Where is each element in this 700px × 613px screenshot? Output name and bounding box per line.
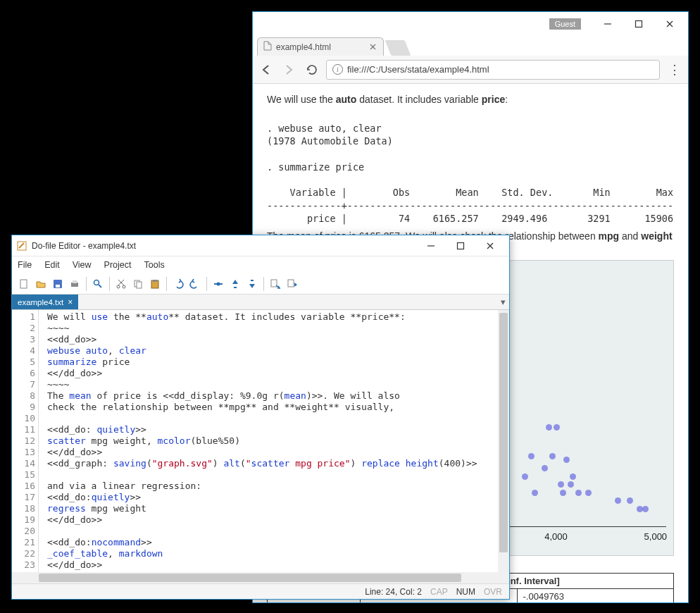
menu-project[interactable]: Project [104, 260, 132, 270]
svg-rect-15 [73, 280, 77, 283]
svg-rect-1 [636, 21, 642, 27]
do-icon[interactable] [285, 276, 300, 292]
x-tick: 4,000 [544, 531, 568, 542]
url-text: file:///C:/Users/stata/example4.html [347, 64, 489, 75]
editor-title: Do-file Editor - example4.txt [32, 241, 136, 251]
chart-point [570, 473, 576, 480]
editor-body: 1234567891011121314151617181920212223 We… [12, 310, 509, 572]
bookmark-prev-icon[interactable] [227, 276, 243, 292]
menu-view[interactable]: View [73, 260, 92, 270]
status-cap: CAP [430, 587, 448, 597]
paste-icon[interactable] [147, 276, 163, 292]
chart-point [554, 424, 560, 431]
find-icon[interactable] [90, 276, 106, 292]
svg-rect-11 [20, 280, 27, 288]
chart-point [560, 490, 566, 496]
editor-tab-close-icon[interactable]: × [68, 297, 73, 307]
svg-rect-23 [137, 282, 142, 288]
chart-point [522, 473, 528, 480]
browser-tab[interactable]: example4.html [257, 37, 384, 56]
chart-point [627, 497, 633, 504]
browser-titlebar: Guest [253, 12, 688, 36]
chart-point [568, 481, 574, 488]
maximize-button[interactable] [623, 14, 654, 34]
editor-tab-label: example4.txt [18, 298, 63, 306]
svg-line-17 [99, 285, 101, 287]
chart-point [585, 490, 592, 496]
editor-statusbar: Line: 24, Col: 2 CAP NUM OVR [12, 583, 509, 599]
maximize-button[interactable] [446, 237, 475, 255]
new-tab-button[interactable] [385, 40, 411, 56]
tab-close-icon[interactable] [368, 42, 377, 52]
editor-window: Do-file Editor - example4.txt File Edit … [11, 235, 510, 600]
open-icon[interactable] [33, 276, 49, 292]
chart-point [563, 457, 570, 463]
code-output: . webuse auto, clear (1978 Automobile Da… [267, 109, 674, 225]
bookmark-toggle-icon[interactable] [211, 276, 226, 292]
close-button[interactable] [475, 237, 505, 255]
editor-toolbar [12, 273, 509, 295]
status-ovr: OVR [484, 587, 502, 597]
reload-button[interactable] [304, 62, 319, 78]
site-info-icon[interactable]: i [332, 64, 343, 75]
status-linecol: Line: 24, Col: 2 [365, 587, 422, 597]
svg-rect-28 [234, 287, 237, 288]
vertical-scrollbar[interactable] [498, 310, 509, 572]
undo-icon[interactable] [170, 276, 186, 292]
app-icon [16, 240, 27, 252]
status-num: NUM [456, 587, 475, 597]
menu-edit[interactable]: Edit [44, 260, 60, 270]
cut-icon[interactable] [113, 276, 129, 292]
chart-point [542, 465, 548, 471]
menu-button[interactable]: ⋮ [667, 62, 682, 78]
tab-title: example4.html [276, 42, 331, 52]
minimize-button[interactable] [416, 237, 446, 255]
tab-list-dropdown[interactable]: ▾ [496, 295, 509, 309]
run-icon[interactable] [268, 276, 283, 292]
address-bar[interactable]: i file:///C:/Users/stata/example4.html [326, 60, 660, 80]
svg-point-19 [123, 285, 125, 288]
code-editor[interactable]: We will use the **auto** dataset. It inc… [39, 310, 509, 572]
scrollbar-thumb[interactable] [499, 313, 508, 552]
editor-titlebar: Do-file Editor - example4.txt [12, 235, 509, 256]
horizontal-scrollbar[interactable] [12, 572, 509, 583]
editor-tab[interactable]: example4.txt × [12, 295, 78, 309]
svg-rect-31 [288, 280, 294, 287]
print-icon[interactable] [67, 276, 82, 292]
svg-point-27 [217, 282, 220, 285]
svg-point-16 [94, 280, 99, 285]
chart-point [549, 453, 556, 459]
bookmark-next-icon[interactable] [244, 276, 260, 292]
file-icon [263, 41, 272, 53]
copy-icon[interactable] [130, 276, 146, 292]
svg-rect-8 [458, 242, 464, 249]
menu-file[interactable]: File [18, 260, 32, 270]
intro-paragraph: We will use the auto dataset. It include… [267, 94, 674, 105]
line-gutter: 1234567891011121314151617181920212223 [12, 310, 39, 572]
close-button[interactable] [654, 14, 685, 34]
forward-button[interactable] [281, 62, 296, 78]
chart-point [558, 481, 564, 488]
svg-rect-25 [153, 280, 157, 282]
editor-tabstrip: example4.txt × ▾ [12, 295, 509, 310]
chart-point [528, 453, 535, 459]
new-icon[interactable] [16, 276, 32, 292]
x-tick: 5,000 [644, 531, 668, 542]
chart-point [575, 490, 582, 496]
guest-badge: Guest [549, 18, 581, 30]
editor-menubar: File Edit View Project Tools [12, 256, 509, 273]
svg-rect-13 [56, 285, 60, 287]
chart-point [532, 490, 538, 496]
save-icon[interactable] [50, 276, 65, 292]
tab-strip: example4.html [253, 36, 688, 56]
back-button[interactable] [258, 62, 274, 78]
redo-icon[interactable] [187, 276, 203, 292]
svg-point-18 [117, 285, 120, 288]
menu-tools[interactable]: Tools [144, 260, 164, 270]
svg-rect-29 [251, 280, 254, 281]
browser-toolbar: i file:///C:/Users/stata/example4.html ⋮ [253, 56, 688, 84]
minimize-button[interactable] [592, 14, 623, 34]
chart-point [615, 497, 621, 504]
scrollbar-thumb[interactable] [39, 574, 461, 582]
chart-point [546, 424, 552, 431]
